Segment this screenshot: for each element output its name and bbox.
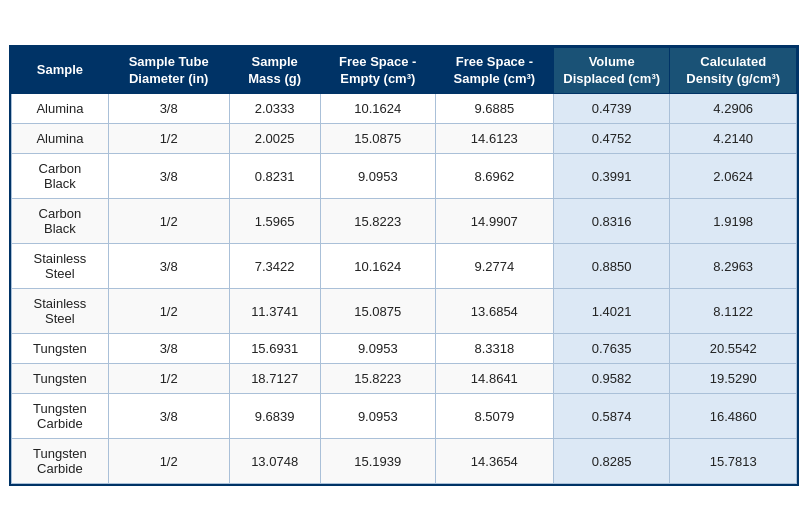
table-cell: 1/2 — [108, 199, 229, 244]
table-cell: 14.3654 — [435, 439, 553, 484]
header-volume-displaced: Volume Displaced (cm³) — [553, 47, 670, 94]
table-cell: 15.8223 — [320, 199, 435, 244]
table-cell: 1.9198 — [670, 199, 797, 244]
table-row: Alumina1/22.002515.087514.61230.47524.21… — [12, 124, 797, 154]
table-cell: 14.6123 — [435, 124, 553, 154]
table-cell: 11.3741 — [229, 289, 320, 334]
table-cell: 13.6854 — [435, 289, 553, 334]
table-cell: 13.0748 — [229, 439, 320, 484]
table-cell: 15.8223 — [320, 364, 435, 394]
table-cell: Stainless Steel — [12, 289, 109, 334]
table-cell: 3/8 — [108, 334, 229, 364]
data-table: Sample Sample Tube Diameter (in) Sample … — [9, 45, 799, 487]
table-row: Tungsten Carbide3/89.68399.09538.50790.5… — [12, 394, 797, 439]
table-cell: 15.0875 — [320, 289, 435, 334]
table-cell: 1/2 — [108, 364, 229, 394]
table-cell: 8.2963 — [670, 244, 797, 289]
table-cell: 1.5965 — [229, 199, 320, 244]
table-cell: 14.8641 — [435, 364, 553, 394]
table-cell: 1/2 — [108, 289, 229, 334]
table-cell: 7.3422 — [229, 244, 320, 289]
table-cell: Tungsten Carbide — [12, 394, 109, 439]
table-cell: 9.0953 — [320, 154, 435, 199]
header-calculated-density: Calculated Density (g/cm³) — [670, 47, 797, 94]
table-cell: 3/8 — [108, 154, 229, 199]
table-cell: 16.4860 — [670, 394, 797, 439]
header-tube-diameter: Sample Tube Diameter (in) — [108, 47, 229, 94]
table-row: Carbon Black3/80.82319.09538.69620.39912… — [12, 154, 797, 199]
table-cell: 3/8 — [108, 94, 229, 124]
table-cell: 10.1624 — [320, 244, 435, 289]
header-sample: Sample — [12, 47, 109, 94]
table-cell: 2.0624 — [670, 154, 797, 199]
table-cell: 9.6839 — [229, 394, 320, 439]
table-cell: 0.7635 — [553, 334, 670, 364]
table-cell: 8.6962 — [435, 154, 553, 199]
table-cell: 0.5874 — [553, 394, 670, 439]
table-cell: 4.2140 — [670, 124, 797, 154]
table-row: Alumina3/82.033310.16249.68850.47394.290… — [12, 94, 797, 124]
table-cell: 0.8285 — [553, 439, 670, 484]
table-cell: 0.8850 — [553, 244, 670, 289]
table-cell: 20.5542 — [670, 334, 797, 364]
header-free-space-sample: Free Space - Sample (cm³) — [435, 47, 553, 94]
table-header-row: Sample Sample Tube Diameter (in) Sample … — [12, 47, 797, 94]
table-cell: Tungsten — [12, 334, 109, 364]
table-cell: 9.0953 — [320, 334, 435, 364]
table-cell: Alumina — [12, 94, 109, 124]
table-cell: 2.0025 — [229, 124, 320, 154]
table-row: Tungsten1/218.712715.822314.86410.958219… — [12, 364, 797, 394]
table-cell: 18.7127 — [229, 364, 320, 394]
table-cell: 9.6885 — [435, 94, 553, 124]
table-cell: 19.5290 — [670, 364, 797, 394]
table-cell: 15.6931 — [229, 334, 320, 364]
table-row: Tungsten Carbide1/213.074815.193914.3654… — [12, 439, 797, 484]
table-cell: 1/2 — [108, 439, 229, 484]
table-cell: Alumina — [12, 124, 109, 154]
table-cell: 14.9907 — [435, 199, 553, 244]
table-cell: 15.7813 — [670, 439, 797, 484]
table-cell: 2.0333 — [229, 94, 320, 124]
table-cell: 3/8 — [108, 394, 229, 439]
table-cell: 15.1939 — [320, 439, 435, 484]
table-cell: 0.4752 — [553, 124, 670, 154]
table-cell: 3/8 — [108, 244, 229, 289]
table-cell: Carbon Black — [12, 154, 109, 199]
header-sample-mass: Sample Mass (g) — [229, 47, 320, 94]
table-row: Tungsten3/815.69319.09538.33180.763520.5… — [12, 334, 797, 364]
table-cell: 0.4739 — [553, 94, 670, 124]
table-cell: 0.8316 — [553, 199, 670, 244]
table-cell: Tungsten Carbide — [12, 439, 109, 484]
table-cell: 0.3991 — [553, 154, 670, 199]
table-cell: 1/2 — [108, 124, 229, 154]
table-cell: 9.0953 — [320, 394, 435, 439]
table-cell: Tungsten — [12, 364, 109, 394]
table-cell: 1.4021 — [553, 289, 670, 334]
table-cell: 4.2906 — [670, 94, 797, 124]
table-cell: 10.1624 — [320, 94, 435, 124]
table-cell: 15.0875 — [320, 124, 435, 154]
table-cell: 8.1122 — [670, 289, 797, 334]
table-cell: Carbon Black — [12, 199, 109, 244]
table-cell: 8.3318 — [435, 334, 553, 364]
table-cell: 0.8231 — [229, 154, 320, 199]
table-cell: 0.9582 — [553, 364, 670, 394]
table-row: Stainless Steel3/87.342210.16249.27740.8… — [12, 244, 797, 289]
header-free-space-empty: Free Space - Empty (cm³) — [320, 47, 435, 94]
table-row: Carbon Black1/21.596515.822314.99070.831… — [12, 199, 797, 244]
table-cell: Stainless Steel — [12, 244, 109, 289]
table-cell: 8.5079 — [435, 394, 553, 439]
table-cell: 9.2774 — [435, 244, 553, 289]
table-row: Stainless Steel1/211.374115.087513.68541… — [12, 289, 797, 334]
